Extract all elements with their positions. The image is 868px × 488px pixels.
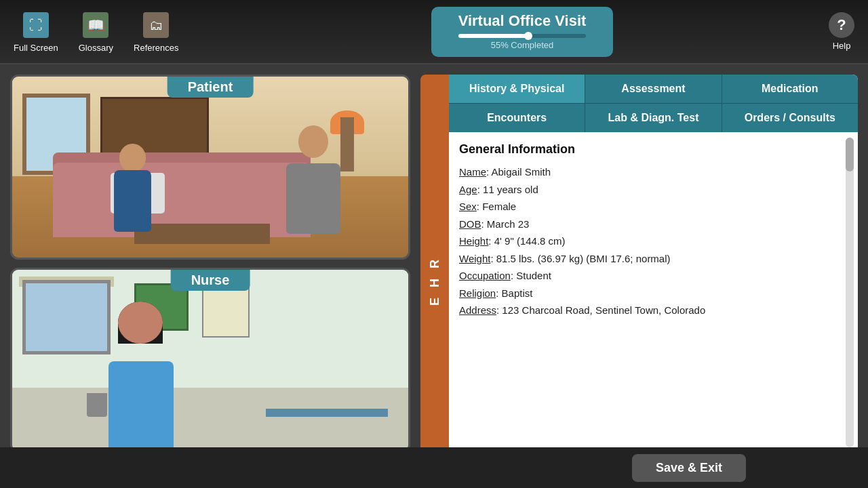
topbar-right: ? Help	[787, 12, 868, 51]
nurse-figure	[100, 302, 182, 451]
topbar: ⛶ Full Screen 📖 Glossary 🗂 References Vi…	[0, 0, 868, 64]
tab-medication[interactable]: Medication	[722, 75, 858, 103]
tab-encounters[interactable]: Encounters	[449, 104, 585, 132]
progress-bar	[458, 34, 587, 38]
nurse-floor	[12, 388, 408, 451]
nurse-label: Nurse	[171, 270, 250, 291]
nurse-panel: Nurse	[10, 268, 410, 453]
field-name-label: Name	[459, 166, 486, 178]
adult-body	[286, 163, 340, 234]
glossary-button[interactable]: 📖 Glossary	[79, 10, 113, 53]
tabs-row2: Encounters Lab & Diagn. Test Orders / Co…	[449, 103, 858, 132]
ehr-content-area: General Information Name: Abigail Smith …	[449, 132, 842, 453]
field-dob-label: DOB	[459, 218, 481, 230]
nurse-scene[interactable]	[12, 270, 408, 451]
tab-orders-consults[interactable]: Orders / Consults	[722, 104, 858, 132]
field-occupation-label: Occupation	[459, 270, 511, 281]
field-weight-label: Weight	[459, 253, 490, 264]
main-content: Patient	[0, 64, 868, 488]
references-button[interactable]: 🗂 References	[134, 10, 178, 53]
field-address-label: Address	[459, 304, 496, 316]
tab-assessment[interactable]: Assessment	[585, 75, 722, 103]
scrollbar[interactable]	[846, 138, 854, 447]
vov-box: Virtual Office Visit 55% Completed	[431, 7, 614, 57]
topbar-center: Virtual Office Visit 55% Completed	[258, 7, 787, 57]
nurse-window	[22, 280, 111, 354]
bottombar: Save & Exit	[0, 447, 868, 488]
lamp	[340, 117, 354, 171]
progress-fill	[458, 34, 529, 38]
child-body	[114, 170, 151, 232]
help-icon: ?	[829, 12, 854, 38]
left-panels: Patient	[10, 75, 410, 488]
table	[134, 224, 270, 244]
exam-table	[266, 409, 388, 417]
adult-head	[298, 125, 328, 158]
field-height-label: Height	[459, 235, 488, 247]
vov-title: Virtual Office Visit	[458, 12, 587, 30]
field-sex-label: Sex	[459, 201, 477, 212]
nurse-poster	[202, 283, 250, 338]
progress-dot	[524, 32, 532, 40]
topbar-left: ⛶ Full Screen 📖 Glossary 🗂 References	[0, 10, 258, 53]
child-head	[119, 144, 146, 172]
fullscreen-icon: ⛶	[23, 12, 49, 38]
fullscreen-button[interactable]: ⛶ Full Screen	[14, 10, 58, 53]
help-button[interactable]: ? Help	[829, 12, 854, 51]
scrollbar-thumb	[846, 138, 854, 171]
nurse-head	[118, 302, 163, 344]
ehr-fields: Name: Abigail Smith Age: 11 years old Se…	[459, 163, 831, 319]
section-title: General Information	[459, 142, 831, 157]
references-icon: 🗂	[143, 12, 169, 38]
patient-panel: Patient	[10, 75, 410, 260]
ehr-main: History & Physical Assessment Medication…	[449, 75, 858, 488]
field-religion-label: Religion	[459, 287, 496, 299]
child-figure	[114, 144, 151, 232]
tabs-row1: History & Physical Assessment Medication	[449, 75, 858, 103]
ehr-panel: E H R History & Physical Assessment Medi…	[420, 75, 858, 488]
ehr-sidebar: E H R	[420, 75, 449, 488]
patient-scene[interactable]	[12, 77, 408, 258]
field-age-label: Age	[459, 184, 477, 195]
save-exit-button[interactable]: Save & Exit	[632, 454, 746, 482]
nurse-body	[108, 361, 174, 451]
patient-label: Patient	[167, 77, 254, 98]
tab-history-physical[interactable]: History & Physical	[449, 75, 585, 103]
adult-figure	[286, 125, 340, 234]
tab-lab-diagn-test[interactable]: Lab & Diagn. Test	[585, 104, 722, 132]
ehr-sidebar-label: E H R	[428, 256, 442, 306]
glossary-icon: 📖	[83, 12, 108, 38]
progress-label: 55% Completed	[458, 40, 587, 50]
